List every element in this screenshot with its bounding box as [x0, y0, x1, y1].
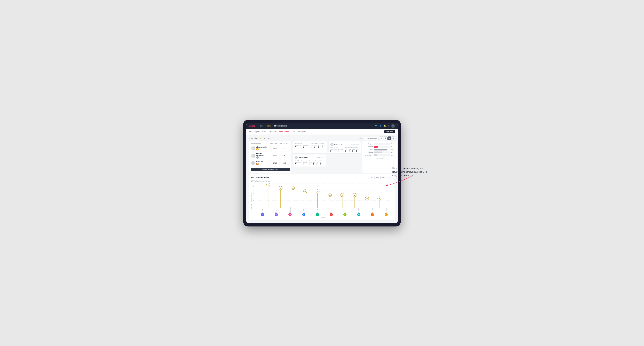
player-x-avatar: CQ [385, 213, 388, 216]
edit-icon[interactable]: ✏️ [260, 137, 262, 139]
user-icon[interactable]: 👤 [380, 125, 382, 127]
sub-nav: PGAT Players PGA Hcaps 1-5 Team Clippd T… [246, 129, 398, 135]
player-card-date: 02 Sep 2023 [351, 144, 359, 145]
leaderboard-card: PLAYER NAME PB SCORE PB AVG SQ RB Richar… [249, 141, 291, 173]
rees-rounds-group: Total Rounds Tournament 8 Practice [330, 147, 343, 152]
tab-all-players[interactable]: All Players [298, 129, 306, 134]
total-rounds-group: Total Rounds Tournament 7 Practice [295, 143, 308, 148]
tab-tour[interactable]: Tour [292, 129, 295, 134]
table-view-button[interactable]: ⊟ [391, 137, 395, 140]
user-avatar[interactable]: U [391, 124, 395, 128]
bar-fill [374, 152, 382, 153]
app-group: APP 0 [314, 145, 317, 148]
leaderboard-header: PLAYER NAME PB SCORE PB AVG SQ [250, 143, 290, 145]
x-player-billingham: D. Billingham DB [283, 208, 297, 216]
bar-label-eagles: Eagles [364, 143, 372, 145]
arg-group: ARG 0 [318, 145, 321, 148]
ott-group: OTT 0 [310, 145, 313, 148]
tab-hcaps[interactable]: Hcaps 1-5 [268, 129, 276, 134]
josh-tournament: Tournament 7 [295, 162, 301, 165]
practice-activities-group: Total Practice Activities OTT 0 APP [310, 143, 325, 148]
team-title: Team Clippd ✏️ | 14 Players [249, 137, 271, 139]
x-player-quick: C. Quick CQ [380, 208, 393, 216]
search-icon[interactable]: 🔍 [375, 125, 378, 127]
josh-arg: ARG 0 [316, 162, 319, 165]
josh-practice: Practice 2 [302, 162, 307, 165]
josh-activities-group: Total Practice Activities OTT 0 APP 0 [310, 160, 323, 165]
player-name-wrap: Richard Butler 1 [256, 146, 267, 151]
tournament-value: 7 [295, 146, 301, 148]
svg-text:6x: 6x [280, 187, 281, 189]
player-badge-gold: 1 [256, 148, 259, 151]
bar-fill [374, 143, 374, 145]
player-card-date: 26 Aug 2023 [316, 157, 324, 158]
tab-pga[interactable]: PGA [262, 129, 266, 134]
x-axis-names: E. Ebert EE B. McHarg BM D. Billingham D… [256, 208, 393, 216]
josh-putt: PUTT 1 [320, 162, 323, 165]
bubble-chart-container: Best Streak, Fairway Accuracy 7 6 5 4 3 … [251, 183, 393, 218]
streak-tab-ott[interactable]: OTT [368, 176, 374, 179]
player-card-name: Josh Coles [299, 156, 308, 158]
rees-practice: Practice 4 [338, 149, 343, 152]
nav-bar: clippd Home Teams My Performance 🔍 👤 🔔 ⚙… [246, 123, 398, 129]
streak-tab-app[interactable]: APP [374, 176, 380, 179]
bar-value-bogeys: 311 [391, 152, 396, 153]
player-info: RB Richard Butler 1 [251, 146, 270, 151]
bar-wrap [374, 143, 390, 145]
bar-row-bogeys: Bogeys 311 [364, 152, 396, 153]
player-card-header: RB Rees Britt 02 Sep 2023 [330, 143, 359, 146]
pb-score: 17/20 [270, 162, 280, 164]
bar-row-double-bogeys: D. Bogeys + 131 [364, 154, 396, 156]
card-view-button[interactable]: ▦ [388, 137, 391, 140]
grid-view-button[interactable]: ⊞ [380, 137, 383, 140]
bar-chart: Eagles 3 Birdies 96 [364, 143, 396, 156]
josh-rounds-group: Total Rounds Tournament 7 Practice 2 [295, 160, 307, 165]
bar-value-eagles: 3 [391, 143, 396, 145]
player-info: EC Edward Crossman 2 [251, 153, 270, 159]
player-card-name: Rees Britt [334, 143, 342, 145]
list-view-button[interactable]: ☰ [384, 137, 387, 140]
josh-app: APP 0 [313, 162, 315, 165]
x-label-400: 400 [394, 156, 396, 158]
nav-teams[interactable]: Teams [266, 124, 272, 128]
rees-ott: OTT 0 [345, 149, 348, 152]
svg-text:7x: 7x [268, 184, 269, 185]
streaks-header: Best Round Streaks OTT APP ARG PUTT [251, 176, 393, 179]
rees-app: APP 0 [348, 149, 351, 152]
player-cards-area: Total Rounds Tournament 7 Practice [293, 141, 361, 173]
bell-icon[interactable]: 🔔 [384, 125, 386, 127]
svg-text:4x: 4x [342, 194, 343, 196]
tablet-screen: clippd Home Teams My Performance 🔍 👤 🔔 ⚙… [246, 123, 398, 223]
player-x-label: C. Quick [386, 208, 387, 213]
tab-team-clippd[interactable]: Team Clippd [279, 129, 289, 134]
x-player-coles: J. Coles JC [297, 208, 311, 216]
bar-fill [374, 149, 387, 151]
player-name-col-label: PLAYER NAME [251, 143, 270, 144]
x-player-britt: R. Britt RB [310, 208, 324, 216]
nav-home[interactable]: Home [259, 124, 264, 128]
x-player-crossman: E. Crossman EC [324, 208, 338, 216]
practice-activities-label: Total Practice Activities [310, 143, 325, 144]
annotation-arrow-svg [382, 174, 416, 188]
show-label: Show [359, 137, 363, 139]
player-badge-silver: 2 [256, 156, 259, 159]
pb-score: 19/20 [270, 148, 280, 149]
pb-avg: 103 [280, 162, 289, 164]
settings-icon[interactable]: ⚙ [388, 125, 390, 127]
bar-value-birdies: 96 [391, 146, 396, 148]
player-x-label: D. Billingham [289, 208, 291, 213]
bar-row-birdies: Birdies 96 [364, 146, 396, 148]
period-dropdown[interactable]: Last 3 months ▾ [364, 137, 379, 140]
rees-tournament: Tournament 8 [330, 149, 337, 152]
bar-fill [374, 146, 378, 148]
nav-my-performance[interactable]: My Performance [274, 124, 287, 128]
tab-pgat-players[interactable]: PGAT Players [249, 129, 260, 134]
total-rounds-label: Total Rounds [295, 143, 308, 144]
player-x-label: D. Ford [344, 208, 346, 213]
view-full-leaderboard-button[interactable]: View Full Leaderboard [250, 168, 290, 171]
table-row: EC Edward Crossman 2 18/20 107 [250, 152, 290, 160]
pb-score-col-label: PB SCORE [270, 143, 280, 144]
sub-nav-links: PGAT Players PGA Hcaps 1-5 Team Clippd T… [249, 129, 384, 134]
add-team-button[interactable]: Add Team [384, 130, 395, 133]
bar-label-pars: Pars [364, 149, 372, 150]
